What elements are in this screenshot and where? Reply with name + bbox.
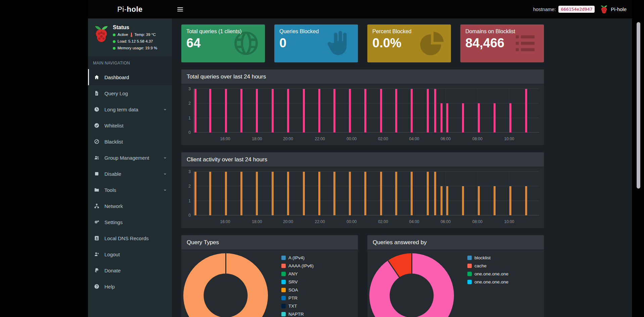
bar	[462, 186, 464, 215]
panel-title: Client activity over last 24 hours	[181, 152, 544, 167]
status-active-label: Active	[118, 32, 128, 38]
chart-plot[interactable]: 012316:0018:0020:0022:0000:0002:0004:000…	[193, 89, 539, 133]
legend-item[interactable]: AAAA (IPv6)	[281, 263, 314, 268]
legend-label: PTR	[288, 296, 297, 301]
sidebar-item-query-log[interactable]: Query Log	[88, 85, 172, 101]
x-tick-label: 22:00	[315, 219, 325, 224]
topbar-right: hostname: 666154e2d947 Pi-hole	[533, 5, 627, 14]
legend-color-icon	[467, 272, 472, 276]
sidebar-item-network[interactable]: Network	[88, 198, 172, 214]
stat-card-value: 64	[186, 36, 260, 50]
bar	[209, 89, 211, 133]
panel-title: Queries answered by	[367, 235, 544, 250]
sidebar-item-label: Whitelist	[104, 123, 124, 128]
sidebar: Status Active Temp: 39 °C Load: 5.12 5.5…	[88, 18, 172, 317]
sidebar-item-settings[interactable]: Settings	[88, 214, 172, 230]
bar	[194, 89, 196, 133]
legend-item[interactable]: PTR	[281, 296, 314, 301]
folder-icon	[94, 187, 101, 193]
users-icon	[94, 155, 101, 160]
bar	[287, 89, 289, 133]
y-tick-label: 1	[188, 199, 191, 203]
legend-item[interactable]: one.one.one.one	[467, 271, 508, 276]
sidebar-toggle-button[interactable]	[172, 0, 188, 18]
legend-item[interactable]: blocklist	[467, 255, 508, 260]
chevron-down-icon	[163, 172, 167, 176]
sidebar-nav: DashboardQuery LogLong term dataWhitelis…	[88, 69, 172, 295]
stat-card-value: 84,466	[465, 36, 539, 50]
bar	[287, 172, 289, 215]
stat-card-domains-on-blocklist[interactable]: Domains on Blocklist84,466	[460, 24, 544, 62]
stat-cards-row: Total queries (1 clients)64Queries Block…	[181, 24, 544, 62]
app-logo[interactable]: Pi-hole	[88, 0, 172, 18]
sidebar-item-label: Query Log	[104, 91, 128, 96]
legend-item[interactable]: NAPTR	[281, 312, 314, 317]
bar	[427, 172, 429, 215]
x-tick-label: 04:00	[409, 219, 419, 224]
brand-name: Pi-hole	[611, 6, 627, 12]
chevron-down-icon	[163, 107, 167, 112]
bar	[427, 89, 429, 133]
bar	[395, 89, 397, 133]
h-gridline	[194, 201, 539, 201]
bar	[349, 89, 351, 133]
legend-item[interactable]: SOA	[281, 287, 314, 293]
stat-card-total-queries-1-clients[interactable]: Total queries (1 clients)64	[181, 24, 265, 62]
home-icon	[94, 74, 101, 80]
stat-card-value: 0.0%	[372, 36, 446, 50]
status-memory: Memory usage: 19.9 %	[118, 45, 157, 51]
bar	[240, 89, 242, 133]
total-queries-bar-chart: 012316:0018:0020:0022:0000:0002:0004:000…	[181, 84, 544, 145]
legend-item[interactable]: cache	[467, 263, 508, 268]
bar	[509, 103, 511, 133]
legend-color-icon	[467, 264, 472, 268]
x-tick-label: 10:00	[504, 219, 514, 224]
stat-card-title: Domains on Blocklist	[465, 29, 539, 35]
stat-card-percent-blocked[interactable]: Percent Blocked0.0%	[367, 24, 451, 62]
status-row-load: Load: 5.12 5.58 4.37	[113, 39, 157, 45]
sidebar-item-blacklist[interactable]: Blacklist	[88, 134, 172, 150]
sidebar-item-donate[interactable]: Donate	[88, 262, 172, 278]
sidebar-item-help[interactable]: Help	[88, 278, 172, 295]
sidebar-item-logout[interactable]: Logout	[88, 246, 172, 262]
sidebar-item-local-dns-records[interactable]: Local DNS Records	[88, 230, 172, 246]
sidebar-item-long-term-data[interactable]: Long term data	[88, 101, 172, 117]
bar	[240, 172, 242, 215]
panel-client-activity: Client activity over last 24 hours 01231…	[181, 152, 544, 228]
address-book-icon	[94, 235, 101, 241]
scrollbar-thumb[interactable]	[637, 22, 640, 189]
sidebar-item-whitelist[interactable]: Whitelist	[88, 117, 172, 134]
bar	[478, 103, 480, 133]
legend-color-icon	[281, 272, 286, 276]
sidebar-item-label: Dashboard	[104, 74, 129, 80]
status-dot-icon	[113, 40, 116, 43]
sidebar-item-label: Group Management	[104, 155, 149, 161]
legend-label: SOA	[288, 287, 298, 293]
x-tick-label: 04:00	[409, 137, 419, 141]
sidebar-item-tools[interactable]: Tools	[88, 182, 172, 198]
stat-card-queries-blocked[interactable]: Queries Blocked0	[274, 24, 358, 62]
legend-item[interactable]: SRV	[281, 279, 314, 284]
sidebar-item-disable[interactable]: Disable	[88, 166, 172, 182]
chart-plot[interactable]: 012316:0018:0020:0022:0000:0002:0004:000…	[193, 172, 539, 215]
legend-color-icon	[281, 288, 286, 292]
status-temp: Temp: 39 °C	[134, 32, 155, 38]
legend-item[interactable]: TXT	[281, 304, 314, 309]
legend-color-icon	[467, 256, 472, 260]
legend-color-icon	[281, 304, 286, 308]
bar	[411, 172, 413, 215]
check-circle-icon	[94, 123, 101, 128]
x-tick-label: 22:00	[315, 137, 325, 141]
bar	[194, 172, 196, 215]
legend-label: SRV	[288, 279, 298, 284]
legend-item[interactable]: ANY	[281, 271, 314, 276]
bar	[318, 89, 320, 133]
bar	[318, 172, 320, 215]
legend-item[interactable]: one.one.one.one	[467, 279, 508, 284]
sidebar-item-group-management[interactable]: Group Management	[88, 150, 172, 166]
x-tick-label: 00:00	[347, 137, 357, 141]
sidebar-item-dashboard[interactable]: Dashboard	[88, 69, 172, 85]
gears-icon	[94, 219, 101, 225]
y-tick-label: 2	[188, 101, 191, 106]
legend-item[interactable]: A (IPv4)	[281, 255, 314, 260]
